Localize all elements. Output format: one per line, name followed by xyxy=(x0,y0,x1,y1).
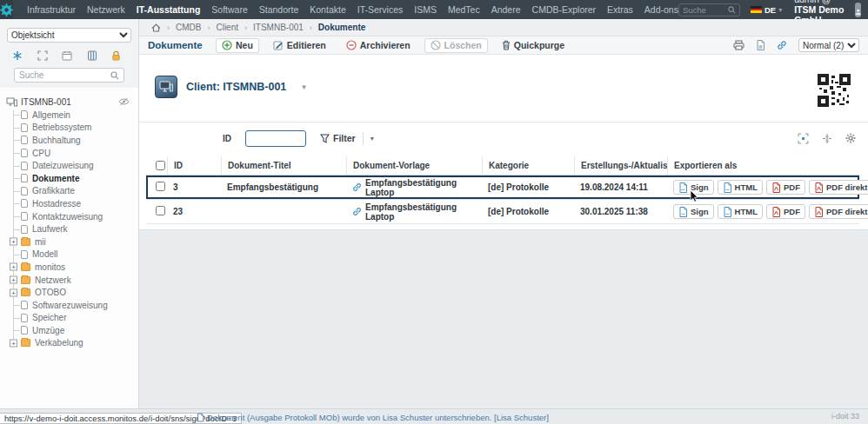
eye-slash-icon[interactable] xyxy=(118,97,130,106)
filter-button[interactable]: Filter xyxy=(320,133,356,143)
reports-book-icon[interactable] xyxy=(87,50,97,61)
gear-icon[interactable] xyxy=(845,133,856,143)
object-view-select[interactable]: Objektsicht xyxy=(7,28,131,43)
tree-item-grafikkarte[interactable]: Grafikkarte xyxy=(0,185,138,198)
nav-item-cmdb-explorer[interactable]: CMDB-Explorer xyxy=(532,4,597,15)
export-sign-button[interactable]: Sign xyxy=(673,180,714,195)
sidebar-search-input[interactable] xyxy=(19,70,110,80)
export-sign-button[interactable]: Sign xyxy=(673,204,714,219)
global-search[interactable] xyxy=(678,3,740,17)
nav-item-software[interactable]: Software xyxy=(211,4,247,15)
home-icon[interactable] xyxy=(151,23,161,32)
tree-item-umz-ge[interactable]: Umzüge xyxy=(0,324,138,337)
table-row-23[interactable]: 23Empfangsbestätigung Laptop[de] Protoko… xyxy=(146,200,859,224)
tree-root-itsmnb-001[interactable]: ITSMNB-001 xyxy=(0,95,138,109)
export-pdf-direkt-ffnen-button[interactable]: PDF direkt öffnen xyxy=(809,180,868,195)
tree-item-speicher[interactable]: Speicher xyxy=(0,312,138,325)
archivieren-button[interactable]: Archivieren xyxy=(340,38,417,53)
filter-label: Filter xyxy=(333,133,356,143)
nav-item-infrastruktur[interactable]: Infrastruktur xyxy=(27,4,76,15)
tree-item-dokumente[interactable]: Dokumente xyxy=(0,172,138,185)
breadcrumb-item-dokumente[interactable]: Dokumente xyxy=(318,23,365,32)
nav-item-netzwerk[interactable]: Netzwerk xyxy=(87,4,125,15)
tree-item-otobo[interactable]: +OTOBO xyxy=(0,286,138,299)
topnav-menu: InfrastrukturNetzwerkIT-AusstattungSoftw… xyxy=(27,4,678,15)
nav-item-extras[interactable]: Extras xyxy=(607,4,633,15)
expand-plus-icon[interactable]: + xyxy=(10,263,17,271)
column-header-dokument-vorlage[interactable]: Dokument-Vorlage xyxy=(346,156,482,175)
nav-item-it-ausstattung[interactable]: IT-Ausstattung xyxy=(137,4,201,15)
column-header-erstellungs-aktualisieru[interactable]: Erstellungs-/Aktualisieru... xyxy=(574,156,667,175)
tree-collapse-icon[interactable] xyxy=(12,50,23,61)
select-all-checkbox[interactable] xyxy=(156,161,165,170)
tree-item-verkabelung[interactable]: +Verkabelung xyxy=(0,337,138,350)
row-template-cell: Empfangsbestätigung Laptop xyxy=(346,202,482,222)
table-row-3[interactable]: 3EmpfangsbestätigungEmpfangsbestätigung … xyxy=(146,176,859,200)
column-header-kategorie[interactable]: Kategorie xyxy=(482,156,574,175)
global-search-input[interactable] xyxy=(683,5,728,15)
nav-item-medtec[interactable]: MedTec xyxy=(448,4,480,15)
nav-item-it-services[interactable]: IT-Services xyxy=(357,4,404,15)
tree-item-softwarezuweisung[interactable]: Softwarezuweisung xyxy=(0,299,138,312)
editieren-button[interactable]: Editieren xyxy=(267,38,332,53)
column-settings-icon[interactable] xyxy=(822,133,832,144)
export-pdf-button[interactable]: PDF xyxy=(766,204,805,219)
neu-button[interactable]: Neu xyxy=(216,38,259,53)
tree-item-dateizuweisung[interactable]: Dateizuweisung xyxy=(0,159,138,172)
column-header-exportieren-als[interactable]: Exportieren als xyxy=(667,156,859,175)
export-file-icon[interactable] xyxy=(756,40,765,50)
lock-icon[interactable] xyxy=(111,50,121,61)
calendar-icon[interactable] xyxy=(62,50,72,61)
app-logo[interactable] xyxy=(0,0,13,19)
id-filter-input[interactable] xyxy=(245,130,306,147)
breadcrumb-item-client[interactable]: Client xyxy=(216,23,238,32)
chevron-down-icon[interactable]: ▾ xyxy=(302,83,306,91)
export-pdf-direkt-ffnen-button[interactable]: PDF direkt öffnen xyxy=(809,204,868,219)
expand-plus-icon[interactable]: + xyxy=(10,276,17,284)
nav-item-standorte[interactable]: Standorte xyxy=(259,4,299,15)
row-checkbox[interactable] xyxy=(156,182,165,191)
expand-plus-icon[interactable]: + xyxy=(10,238,17,246)
tree-item-mii[interactable]: +mii xyxy=(0,235,138,248)
language-selector[interactable]: DE ▾ xyxy=(751,5,782,15)
column-header-dokument-titel[interactable]: Dokument-Titel xyxy=(221,156,346,175)
export-html-button[interactable]: HTML xyxy=(718,180,763,195)
tree-item-betriebssystem[interactable]: Betriebssystem xyxy=(0,122,138,135)
nav-item-andere[interactable]: Andere xyxy=(491,4,521,15)
breadcrumb-item-cmdb[interactable]: CMDB xyxy=(176,23,201,32)
l-schen-button[interactable]: Löschen xyxy=(424,38,488,53)
row-template-cell: Empfangsbestätigung Laptop xyxy=(346,178,482,197)
filter-options-chevron-icon[interactable]: ▾ xyxy=(371,135,374,142)
tree-item-buchhaltung[interactable]: Buchhaltung xyxy=(0,134,138,147)
export-pdf-button[interactable]: PDF xyxy=(766,180,805,195)
tree-item-netzwerk[interactable]: +Netzwerk xyxy=(0,274,138,287)
tree-item-laufwerk[interactable]: Laufwerk xyxy=(0,222,138,235)
user-avatar[interactable] xyxy=(855,3,861,17)
nav-item-kontakte[interactable]: Kontakte xyxy=(310,4,345,15)
breadcrumb-item-itsmnb-001[interactable]: ITSMNB-001 xyxy=(253,23,304,32)
expand-view-icon[interactable] xyxy=(37,50,48,61)
expand-plus-icon[interactable]: + xyxy=(10,339,17,347)
tree-item-hostadresse[interactable]: Hostadresse xyxy=(0,197,138,210)
column-header-id[interactable]: ID xyxy=(167,156,221,175)
export-html-button[interactable]: HTML xyxy=(718,204,763,219)
quickpurge-button[interactable]: Quickpurge xyxy=(496,38,571,53)
sidebar-search[interactable] xyxy=(14,68,124,83)
nav-item-isms[interactable]: ISMS xyxy=(414,4,437,15)
link-icon[interactable] xyxy=(777,40,787,50)
tree-item-cpu[interactable]: CPU xyxy=(0,147,138,160)
list-view-select[interactable]: Normal (2) xyxy=(798,38,859,52)
row-category: [de] Protokolle xyxy=(482,182,574,192)
tree-item-modell[interactable]: Modell xyxy=(0,248,138,262)
row-title: Empfangsbestätigung xyxy=(221,182,346,192)
tree-item-allgemein[interactable]: Allgemein xyxy=(0,109,138,122)
tree-item-kontaktzuweisung[interactable]: Kontaktzuweisung xyxy=(0,210,138,223)
row-checkbox[interactable] xyxy=(156,206,165,215)
expand-plus-icon[interactable]: + xyxy=(10,288,17,296)
template-link[interactable]: Empfangsbestätigung Laptop xyxy=(352,202,482,222)
nav-item-add-ons[interactable]: Add-ons xyxy=(644,4,678,15)
template-link[interactable]: Empfangsbestätigung Laptop xyxy=(352,178,482,197)
tree-item-monitos[interactable]: +monitos xyxy=(0,261,138,274)
print-icon[interactable] xyxy=(733,40,744,50)
fullscreen-icon[interactable] xyxy=(798,133,809,144)
